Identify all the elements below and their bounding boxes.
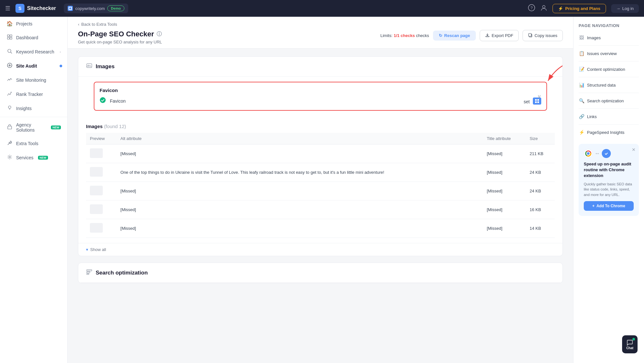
svg-rect-8 [10,37,12,39]
svg-point-18 [9,156,11,158]
image-preview [90,186,103,195]
nav-item-label: Images [587,35,601,40]
chat-label: Chat [626,346,633,350]
pricing-label: Pricing and Plans [565,6,600,11]
col-preview: Preview [86,133,117,144]
sidebar-item-label: Projects [16,21,33,26]
copy-button[interactable]: Copy issues [523,30,563,41]
search-opt-card: Search optimization [78,263,563,283]
page-nav-item-issues-overview[interactable]: 📋Issues overview [579,48,639,59]
nav-divider [579,108,639,109]
cell-size: 24 KB [526,163,555,182]
page-title: On-Page SEO Checker ⓘ [78,30,162,38]
login-icon: → [616,6,620,11]
svg-point-23 [100,97,106,103]
cell-alt: One of the top things to do in Ukraine i… [117,163,483,182]
agency-icon [6,124,13,131]
page-header: ‹ Back to Extra Tools On-Page SEO Checke… [68,17,573,49]
favicon-expand-icon[interactable]: ∨ [537,93,541,99]
nav-divider [579,124,639,125]
images-section-icon [86,62,92,70]
sidebar-item-site-monitoring[interactable]: Site Monitoring [0,73,67,87]
image-preview [90,148,103,158]
rescan-button[interactable]: ↻ Rescan page [433,31,476,41]
nav-item-icon: 🔍 [579,98,584,103]
sidebar-item-services[interactable]: Services NEW [0,151,67,165]
page-nav-item-pagespeed-insights[interactable]: ⚡PageSpeed Insights [579,127,639,137]
home-icon: 🏠 [6,21,13,27]
chevron-right-icon: › [60,50,61,54]
nav-item-icon: 📊 [579,82,584,88]
nav-item-icon: 🔗 [579,114,584,119]
nav-item-label: Structured data [587,83,616,88]
images-count: (found 12) [104,124,126,129]
login-button[interactable]: → Log in [611,4,639,13]
svg-rect-5 [7,35,9,37]
site-pill[interactable]: copywritely.com Demo [64,4,128,13]
svg-rect-30 [87,272,90,273]
page-nav-item-structured-data[interactable]: 📊Structured data [579,80,639,90]
show-all-button[interactable]: ▾ Show all [78,243,562,256]
monitoring-icon [6,77,13,83]
pricing-icon: ⚡ [558,6,563,11]
sidebar-item-label: Site Audit [16,63,37,69]
limits-value[interactable]: 1/1 checks [394,33,415,38]
page-nav-item-images[interactable]: 🖼Images [579,33,639,43]
logo[interactable]: S Sitechecker [15,4,56,13]
show-all-label: Show all [90,247,106,252]
sidebar-item-insights[interactable]: Insights [0,101,67,116]
nav-item-label: Content optimization [587,67,625,72]
favicon-label: Favicon [110,98,126,104]
svg-point-32 [587,152,590,155]
sidebar-item-rank-tracker[interactable]: Rank Tracker [0,87,67,101]
sidebar-item-label: Insights [16,106,32,111]
hamburger-menu[interactable]: ☰ [5,5,10,12]
nav-divider [579,61,639,61]
cell-size: 14 KB [526,219,555,238]
cell-title: [Missed] [483,144,526,163]
image-preview [90,223,103,233]
help-icon[interactable]: ? [528,4,535,13]
login-label: Log in [622,6,634,11]
keyword-icon [6,49,13,55]
search-opt-title: Search optimization [96,270,148,276]
sidebar-item-label: Rank Tracker [16,92,43,97]
info-icon[interactable]: ⓘ [157,31,162,38]
page-nav-item-links[interactable]: 🔗Links [579,111,639,122]
header-actions: Limits: 1/1 checks checks ↻ Rescan page … [380,30,563,41]
add-to-chrome-button[interactable]: + Add To Chrome [584,201,634,211]
user-icon[interactable] [540,4,547,13]
main-content: ‹ Back to Extra Tools On-Page SEO Checke… [68,17,644,363]
sidebar-item-keyword-research[interactable]: Keyword Research › [0,45,67,59]
sidebar-item-extra-tools[interactable]: Extra Tools [0,136,67,151]
insights-icon [6,105,13,112]
pricing-button[interactable]: ⚡ Pricing and Plans [553,4,606,13]
page-nav-item-content-optimization[interactable]: 📝Content optimization [579,64,639,74]
sidebar-item-dashboard[interactable]: Dashboard [0,31,67,45]
chrome-card-description: Quickly gather basic SEO data like statu… [584,182,634,198]
image-preview [90,204,103,214]
export-icon [485,33,490,38]
table-row: [Missed] [Missed] 14 KB [86,219,555,238]
new-badge: NEW [51,126,61,129]
page-nav-item-search-optimization[interactable]: 🔍Search optimization [579,96,639,106]
sidebar-item-site-audit[interactable]: Site Audit [0,59,67,73]
svg-point-14 [8,106,11,108]
sidebar-item-projects[interactable]: 🏠 Projects [0,17,67,31]
rescan-icon: ↻ [439,33,442,38]
content-area: ‹ Back to Extra Tools On-Page SEO Checke… [68,17,573,363]
divider-icon: ↔ [595,151,600,156]
sidebar-item-label: Agency Solutions [16,122,46,133]
svg-rect-26 [535,101,537,103]
favicon-box: Favicon Favicon set [94,82,547,111]
svg-rect-20 [529,33,531,36]
svg-line-17 [8,143,10,145]
close-icon[interactable]: ✕ [632,147,636,152]
chat-button[interactable]: Chat [622,335,638,353]
page-subtitle: Get quick on-page SEO analysis for any U… [78,40,162,44]
export-button[interactable]: Export PDF [480,30,519,41]
nav-item-icon: 📝 [579,67,584,72]
sidebar-item-agency-solutions[interactable]: Agency Solutions NEW [0,118,67,136]
breadcrumb[interactable]: ‹ Back to Extra Tools [78,22,563,27]
services-new-badge: NEW [38,156,48,160]
